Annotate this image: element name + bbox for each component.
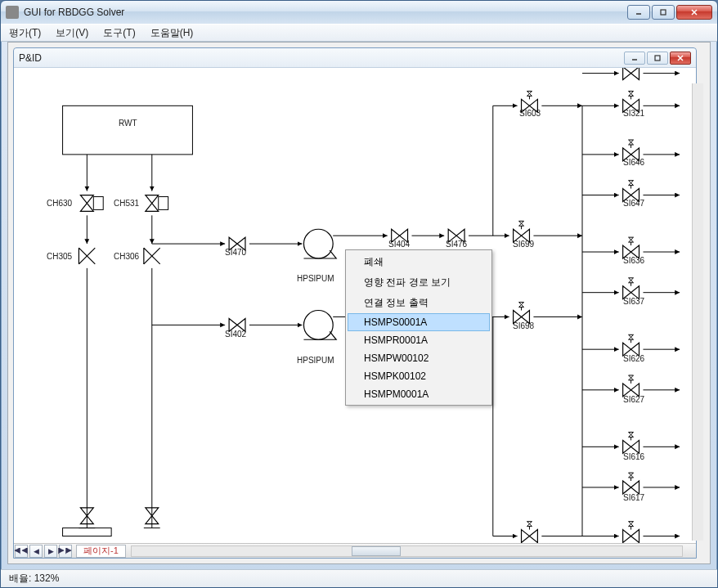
app-icon (6, 6, 19, 19)
svg-rect-10 (63, 105, 193, 155)
app-window: GUI for RBDGG Solver 평가(T) 보기(V) 도구(T) 도… (0, 0, 718, 588)
nav-next-button[interactable]: ▶ (44, 545, 57, 558)
cm-close[interactable]: 폐쇄 (348, 252, 490, 272)
label-si321: SI321 (623, 109, 644, 118)
label-si636: SI636 (623, 256, 644, 265)
hscroll-thumb[interactable] (352, 546, 401, 556)
label-ch306: CH306 (114, 252, 139, 261)
mdi-minimize-button[interactable] (624, 52, 645, 65)
titlebar[interactable]: GUI for RBDGG Solver (1, 1, 717, 24)
cm-info-output[interactable]: 연결 정보 출력 (348, 293, 490, 313)
menu-view[interactable]: 보기(V) (56, 26, 88, 40)
menubar: 평가(T) 보기(V) 도구(T) 도움말(H) (1, 24, 717, 42)
label-si698: SI698 (513, 321, 534, 330)
maximize-button[interactable] (652, 5, 675, 20)
minimize-button[interactable] (627, 5, 650, 20)
mdi-child-window: P&ID (13, 47, 697, 559)
menu-help[interactable]: 도움말(H) (150, 26, 194, 40)
label-ch630: CH630 (47, 199, 72, 208)
label-si470: SI470 (225, 248, 246, 257)
label-si627: SI627 (623, 395, 644, 404)
menu-eval[interactable]: 평가(T) (9, 26, 41, 40)
svg-rect-1 (661, 10, 666, 15)
mdi-titlebar[interactable]: P&ID (14, 48, 696, 68)
cm-hsmpk00102[interactable]: HSMPK00102 (348, 367, 490, 385)
label-hpsipum2: HPSIPUM (297, 356, 334, 365)
svg-rect-14 (159, 197, 168, 210)
label-ch305: CH305 (47, 252, 72, 261)
sheet-tab[interactable]: 페이지-1 (76, 545, 126, 558)
mdi-maximize-button[interactable] (647, 52, 668, 65)
label-si402: SI402 (225, 330, 246, 339)
cm-hsmpm0001a[interactable]: HSMPM0001A (348, 385, 490, 403)
close-button[interactable] (676, 5, 712, 20)
statusbar: 배율: 132% (1, 569, 717, 587)
label-si626: SI626 (623, 354, 644, 363)
mdi-title: P&ID (19, 52, 624, 64)
mdi-client: P&ID (7, 42, 711, 564)
label-si616: SI616 (623, 452, 644, 461)
diagram-canvas[interactable]: RWT CH630 CH531 CH305 CH306 SI470 SI402 … (14, 68, 696, 558)
label-si647: SI647 (623, 199, 644, 208)
window-title: GUI for RBDGG Solver (24, 7, 627, 18)
sheet-nav-bar: ⯇⯇ ◀ ▶ ⯈⯈ 페이지-1 (14, 543, 696, 558)
svg-rect-13 (93, 197, 103, 210)
label-si637: SI637 (623, 297, 644, 306)
hscroll-track[interactable] (131, 545, 683, 557)
nav-prev-button[interactable]: ◀ (29, 545, 43, 558)
label-si646: SI646 (623, 158, 644, 167)
label-si617: SI617 (623, 493, 644, 502)
label-rwt: RWT (119, 119, 137, 128)
status-zoom: 배율: 132% (9, 572, 59, 586)
nav-first-button[interactable]: ⯇⯇ (15, 545, 28, 558)
cm-show-path[interactable]: 영향 전파 경로 보기 (348, 272, 490, 293)
label-si404: SI404 (388, 240, 410, 249)
label-hpsipum1: HPSIPUM (297, 274, 334, 283)
svg-rect-5 (655, 56, 660, 61)
svg-rect-21 (63, 528, 112, 536)
menu-tool[interactable]: 도구(T) (103, 26, 135, 40)
mdi-close-button[interactable] (670, 52, 691, 65)
context-menu: 폐쇄 영향 전파 경로 보기 연결 정보 출력 HSMPS0001A HSMPR… (345, 249, 492, 406)
cm-hsmpw00102[interactable]: HSMPW00102 (348, 349, 490, 367)
label-ch531: CH531 (114, 199, 139, 208)
cm-hsmps0001a[interactable]: HSMPS0001A (348, 313, 490, 331)
cm-hsmpr0001a[interactable]: HSMPR0001A (348, 331, 490, 349)
nav-last-button[interactable]: ⯈⯈ (59, 545, 72, 558)
vscroll[interactable] (692, 83, 703, 541)
label-si699: SI699 (513, 240, 534, 249)
label-si603: SI603 (519, 109, 541, 118)
label-si476: SI476 (446, 240, 467, 249)
